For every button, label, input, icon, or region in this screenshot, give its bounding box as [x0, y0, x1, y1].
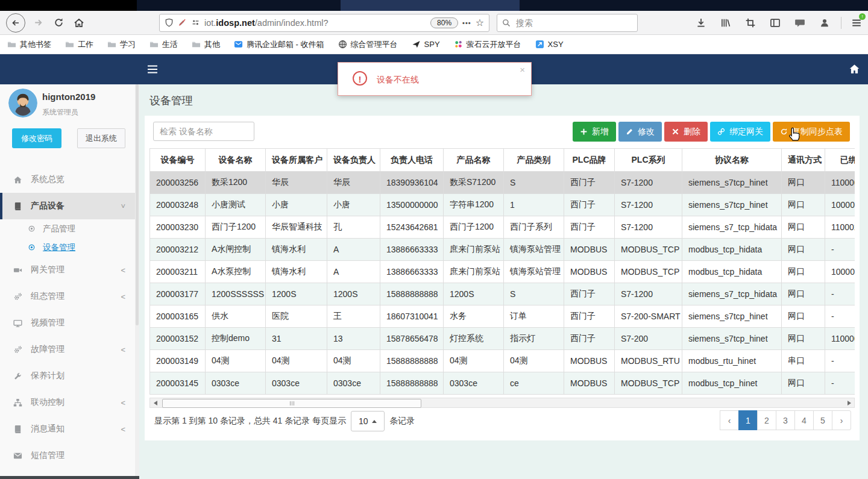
sidebar-item[interactable]: 视频管理: [0, 310, 135, 336]
menu-hamburger[interactable]: ↑: [851, 17, 862, 28]
sidebar-item[interactable]: 保养计划: [0, 363, 135, 389]
forward-button[interactable]: [30, 15, 46, 31]
bookmark-star-icon[interactable]: ☆: [476, 18, 484, 28]
bookmark-label: 工作: [78, 39, 93, 50]
column-header[interactable]: 负责人电话: [380, 149, 444, 172]
scroll-left-arrow[interactable]: [150, 398, 160, 407]
column-header[interactable]: 已绑定网关: [825, 149, 855, 172]
page-button[interactable]: 5: [813, 410, 832, 430]
bookmark-item[interactable]: SPY: [412, 40, 440, 49]
sidebar-item[interactable]: 产品管理: [0, 219, 135, 238]
column-header[interactable]: PLC系列: [615, 149, 682, 172]
column-header[interactable]: 设备名称: [206, 149, 266, 172]
table-row[interactable]: 200003256数采1200华辰华辰18390936104数采S71200S西…: [150, 172, 855, 194]
back-button[interactable]: [6, 13, 25, 33]
logout-button[interactable]: 退出系统: [77, 128, 125, 148]
extension-pencil-blocked-icon[interactable]: [178, 18, 187, 27]
table-cell: MODBUS: [564, 350, 615, 372]
page-button[interactable]: 1: [738, 410, 758, 430]
sidebar-item-icon: [13, 175, 22, 184]
page-size-select[interactable]: 10: [351, 411, 385, 431]
column-header[interactable]: 设备所属客户: [266, 149, 327, 172]
zoom-level-badge[interactable]: 80%: [430, 17, 458, 28]
page-button[interactable]: 3: [776, 410, 795, 430]
toolbar-button[interactable]: 复制同步点表: [773, 122, 850, 142]
table-row[interactable]: 200003152控制demo311315878656478灯控系统指示灯西门子…: [150, 328, 855, 350]
screenshot-crop-icon[interactable]: [745, 17, 756, 28]
sidebar-item[interactable]: 设备管理: [0, 238, 135, 257]
url-text[interactable]: iot.idosp.net/admin/index.html?: [204, 18, 426, 28]
page-button[interactable]: ›: [832, 410, 851, 430]
bookmark-item[interactable]: 综合管理平台: [338, 39, 398, 50]
table-row[interactable]: 200003165供水医院王18607310041水务订单西门子S7-200-S…: [150, 305, 855, 328]
active-tab[interactable]: [0, 0, 137, 11]
sidebar-item[interactable]: 网关管理 ˂: [0, 257, 135, 283]
library-icon[interactable]: [720, 17, 731, 28]
account-icon[interactable]: [819, 17, 830, 28]
sidebar-item[interactable]: 产品设备 ˅: [0, 193, 135, 219]
column-header[interactable]: PLC品牌: [564, 149, 615, 172]
url-bar[interactable]: iot.idosp.net/admin/index.html? 80% ••• …: [159, 14, 489, 32]
sidebar-item[interactable]: 短信管理: [0, 442, 135, 469]
column-header[interactable]: 产品名称: [444, 149, 504, 172]
scroll-right-arrow[interactable]: [844, 398, 854, 407]
toolbar-button[interactable]: 删除: [664, 122, 708, 142]
table-cell: 数采S71200: [444, 172, 504, 194]
bookmark-item[interactable]: 生活: [149, 39, 178, 50]
change-password-button[interactable]: 修改密码: [12, 128, 61, 148]
bookmark-item[interactable]: XSY: [535, 40, 564, 49]
sidebar-toggle-icon[interactable]: [147, 64, 158, 74]
sidebar-item[interactable]: 消息通知 ˂: [0, 416, 135, 442]
browser-search[interactable]: [497, 14, 638, 32]
page-actions-icon[interactable]: •••: [462, 19, 471, 27]
table-row[interactable]: 2000031771200SSSSSS1200S1200S15888888888…: [150, 283, 855, 305]
horizontal-scrollbar[interactable]: [149, 398, 855, 408]
table-cell: MODBUS_TCP: [615, 372, 682, 395]
firefox-tab-strip[interactable]: [0, 0, 868, 11]
bookmark-item[interactable]: 工作: [65, 39, 93, 50]
table-row[interactable]: 2000031450303ce0303ce0303ce1588888888803…: [150, 372, 855, 395]
sidebar-scrollbar[interactable]: [135, 84, 139, 479]
toolbar-button[interactable]: 新增: [573, 122, 616, 142]
scrollbar-thumb[interactable]: [162, 399, 421, 408]
download-icon[interactable]: [696, 17, 706, 28]
page-button[interactable]: ‹: [720, 410, 739, 430]
device-search-input[interactable]: [153, 122, 254, 141]
reload-button[interactable]: [51, 15, 66, 31]
column-header[interactable]: 产品类别: [504, 149, 564, 172]
table-row[interactable]: 200003211A水泵控制镇海水利A13886663333庶来门前泵站镇海泵站…: [150, 261, 855, 283]
app-home-icon[interactable]: [849, 63, 860, 75]
sidebars-icon[interactable]: [770, 17, 781, 28]
table-cell: 13500000000: [380, 194, 444, 216]
bookmark-item[interactable]: 学习: [107, 39, 136, 50]
page-button[interactable]: 2: [757, 410, 776, 430]
column-header[interactable]: 通讯方式: [782, 149, 825, 172]
bookmark-item[interactable]: 其他书签: [7, 39, 51, 50]
table-row[interactable]: 20000314904测04测04测1588888888804测04测MODBU…: [150, 350, 855, 372]
sidebar-item[interactable]: 组态管理 ˂: [0, 283, 135, 310]
sidebar-item[interactable]: 联动控制 ˂: [0, 389, 135, 416]
page-button[interactable]: 4: [794, 410, 814, 430]
column-header[interactable]: 设备编号: [150, 149, 206, 172]
permissions-icon[interactable]: [191, 18, 200, 27]
bookmark-item[interactable]: 其他: [192, 39, 220, 50]
table-row[interactable]: 200003230西门子1200华辰智通科技孔15243642681西门子120…: [150, 216, 855, 239]
home-button[interactable]: [71, 15, 87, 31]
pocket-chat-icon[interactable]: [794, 17, 805, 28]
bookmark-item[interactable]: 萤石云开放平台: [454, 39, 521, 50]
search-input[interactable]: [515, 17, 620, 28]
column-header[interactable]: 设备负责人: [327, 149, 380, 172]
bookmark-item[interactable]: 腾讯企业邮箱 - 收件箱: [234, 39, 324, 50]
table-row[interactable]: 200003212A水闸控制镇海水利A13886663333庶来门前泵站镇海泵站…: [150, 239, 855, 261]
table-row[interactable]: 200003248小唐测试小唐小唐13500000000字符串12001西门子S…: [150, 194, 855, 216]
table-cell: 镇海泵站管理: [504, 239, 564, 261]
alert-close-icon[interactable]: ×: [520, 64, 525, 75]
sidebar-item[interactable]: 故障管理 ˂: [0, 336, 135, 363]
toolbar-button[interactable]: 修改: [618, 122, 662, 142]
sidebar-item[interactable]: 系统总览: [0, 166, 135, 193]
tab-highlight[interactable]: [341, 0, 520, 11]
toolbar-button[interactable]: 绑定网关: [710, 122, 770, 142]
search-icon: [502, 19, 511, 27]
column-header[interactable]: 协议名称: [682, 149, 782, 172]
tracking-shield-icon[interactable]: [165, 18, 174, 27]
